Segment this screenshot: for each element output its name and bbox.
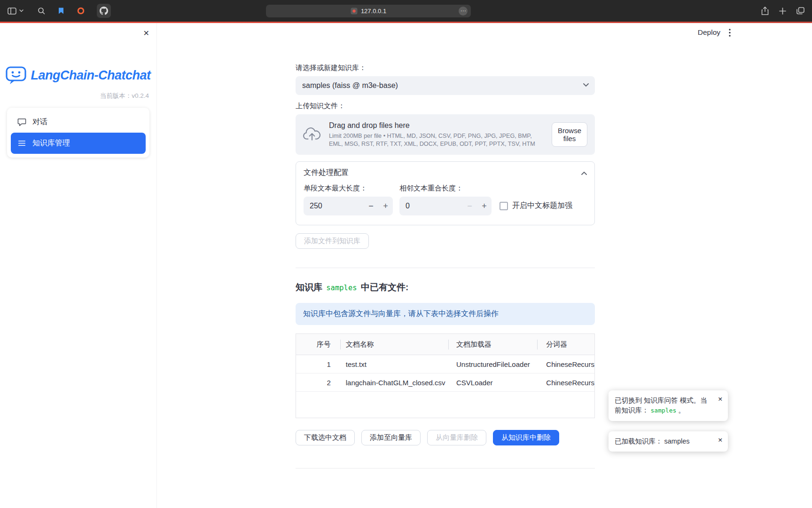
dropzone-limit: Limit 200MB per file • HTML, MD, JSON, C… xyxy=(329,132,544,148)
main-content: 请选择或新建知识库： samples (faiss @ m3e-base) 上传… xyxy=(296,23,595,468)
upload-label: 上传知识文件： xyxy=(296,102,595,111)
file-config-expander: 文件处理配置 单段文本最大长度： 250 − + xyxy=(296,161,595,225)
step-increment-button[interactable]: + xyxy=(477,201,492,211)
menu-item-label: 知识库管理 xyxy=(32,138,70,148)
chunk-size-value: 250 xyxy=(304,202,364,210)
heading-prefix: 知识库 xyxy=(296,282,325,292)
step-decrement-button: − xyxy=(462,201,477,211)
expander-title: 文件处理配置 xyxy=(304,168,349,178)
cell-splitter: ChineseRecursiveT xyxy=(538,373,594,391)
table-header-row: 序号 文档名称 文档加载器 分词器 xyxy=(296,334,594,355)
pinned-tab-blue-icon[interactable] xyxy=(57,7,65,15)
app-header-actions: Deploy xyxy=(698,28,731,37)
browse-files-button[interactable]: Browse files xyxy=(552,122,587,147)
kb-files-heading: 知识库 samples 中已有文件: xyxy=(296,281,595,294)
files-table: 序号 文档名称 文档加载器 分词器 1 test.txt Unstructure… xyxy=(296,333,595,418)
overlap-size-input[interactable]: 0 − + xyxy=(399,197,492,215)
cell-index: 2 xyxy=(296,373,341,391)
file-dropzone[interactable]: Drag and drop files here Limit 200MB per… xyxy=(296,114,595,155)
divider xyxy=(296,268,595,268)
kb-selected-value: samples (faiss @ m3e-base) xyxy=(302,81,398,90)
table-row[interactable]: 1 test.txt UnstructuredFileLoader Chines… xyxy=(296,355,594,373)
cell-doc-name: langchain-ChatGLM_closed.csv xyxy=(341,373,449,391)
sidebar-menu: 对话 知识库管理 xyxy=(7,108,149,158)
github-tab-icon[interactable] xyxy=(97,4,111,18)
cell-loader: CSVLoader xyxy=(449,373,538,391)
site-favicon-icon xyxy=(351,8,358,15)
heading-kb-name-code: samples xyxy=(326,284,357,292)
toast-text: 。 xyxy=(676,406,685,414)
info-banner: 知识库中包含源文件与向量库，请从下表中选择文件后操作 xyxy=(296,303,595,325)
chevron-up-icon xyxy=(581,171,587,175)
dropzone-title: Drag and drop files here xyxy=(329,121,544,130)
new-tab-icon[interactable] xyxy=(779,8,786,15)
cloud-upload-icon xyxy=(303,127,321,142)
toast-kb-name-code: samples xyxy=(651,407,677,414)
toast-notification: 已加载知识库： samples ✕ xyxy=(609,431,728,452)
toast-notification: 已切换到 知识库问答 模式。当前知识库： samples 。 ✕ xyxy=(609,390,728,421)
checkbox-label: 开启中文标题加强 xyxy=(512,201,572,211)
menu-item-dialogue[interactable]: 对话 xyxy=(11,111,146,133)
dropzone-text: Drag and drop files here Limit 200MB per… xyxy=(329,121,544,148)
checkbox-icon xyxy=(500,202,508,210)
table-header-cell: 文档加载器 xyxy=(449,334,538,355)
table-header-cell: 分词器 xyxy=(538,334,594,355)
chevron-down-icon xyxy=(583,83,589,87)
browser-toolbar: 127.0.0.1 ⋯ xyxy=(0,0,812,22)
search-icon[interactable] xyxy=(38,7,45,15)
sidebar-close-icon[interactable]: ✕ xyxy=(143,29,149,38)
overlap-size-group: 相邻文本重合长度： 0 − + xyxy=(399,184,492,215)
table-row[interactable]: 2 langchain-ChatGLM_closed.csv CSVLoader… xyxy=(296,373,594,392)
kb-selectbox[interactable]: samples (faiss @ m3e-base) xyxy=(296,76,595,95)
toast-close-icon[interactable]: ✕ xyxy=(718,395,723,404)
chevron-down-icon[interactable] xyxy=(19,9,23,12)
cell-index: 1 xyxy=(296,355,341,373)
chat-bubble-icon xyxy=(17,118,26,127)
heading-suffix: 中已有文件: xyxy=(359,282,409,292)
cell-loader: UnstructuredFileLoader xyxy=(449,355,538,373)
table-header-cell: 序号 xyxy=(296,334,341,355)
add-to-vector-store-button[interactable]: 添加至向量库 xyxy=(361,430,421,445)
logo-chat-icon xyxy=(6,65,26,85)
chunk-size-input[interactable]: 250 − + xyxy=(304,197,393,215)
table-header-cell: 文档名称 xyxy=(341,334,449,355)
kb-select-label: 请选择或新建知识库： xyxy=(296,64,595,72)
chunk-size-group: 单段文本最大长度： 250 − + xyxy=(304,184,393,215)
menu-item-knowledge-base[interactable]: 知识库管理 xyxy=(11,133,146,154)
overlap-size-label: 相邻文本重合长度： xyxy=(399,184,492,193)
download-selected-button[interactable]: 下载选中文档 xyxy=(296,430,355,445)
knowledge-base-icon xyxy=(17,139,26,148)
step-decrement-button[interactable]: − xyxy=(364,201,378,211)
url-text: 127.0.0.1 xyxy=(361,8,386,15)
expander-body: 单段文本最大长度： 250 − + 相邻文本重合长度： 0 − + xyxy=(296,182,594,225)
share-icon[interactable] xyxy=(761,7,769,16)
pinned-tab-orange-icon[interactable] xyxy=(77,7,85,15)
chunk-size-label: 单段文本最大长度： xyxy=(304,184,393,193)
toast-close-icon[interactable]: ✕ xyxy=(718,436,723,445)
table-actions: 下载选中文档 添加至向量库 从向量库删除 从知识库中删除 xyxy=(296,430,595,445)
add-to-kb-button[interactable]: 添加文件到知识库 xyxy=(296,233,369,249)
step-increment-button[interactable]: + xyxy=(378,201,393,211)
url-bar[interactable]: 127.0.0.1 ⋯ xyxy=(266,5,471,17)
delete-from-kb-button[interactable]: 从知识库中删除 xyxy=(493,430,559,445)
version-caption: 当前版本：v0.2.4 xyxy=(0,92,156,100)
cell-doc-name: test.txt xyxy=(341,355,449,373)
extensions-ellipsis-icon[interactable]: ⋯ xyxy=(459,7,468,16)
tabs-overview-icon[interactable] xyxy=(796,7,804,15)
logo-text: LangChain-Chatchat xyxy=(31,68,150,83)
overlap-size-value: 0 xyxy=(399,202,462,210)
sidebar-toggle-icon[interactable] xyxy=(8,8,16,15)
app-logo: LangChain-Chatchat xyxy=(0,65,156,85)
kebab-menu-icon[interactable] xyxy=(729,29,731,37)
expander-header[interactable]: 文件处理配置 xyxy=(296,162,594,182)
sidebar: ✕ LangChain-Chatchat 当前版本：v0.2.4 对话 xyxy=(0,23,157,508)
deploy-button[interactable]: Deploy xyxy=(698,28,720,37)
menu-item-label: 对话 xyxy=(32,117,47,127)
delete-from-vector-store-button[interactable]: 从向量库删除 xyxy=(427,430,486,445)
cell-splitter: ChineseRecursiveT xyxy=(538,355,594,373)
divider xyxy=(296,468,595,468)
zh-title-enhance-checkbox[interactable]: 开启中文标题加强 xyxy=(500,201,572,211)
toast-text: 已加载知识库： samples xyxy=(615,437,690,445)
